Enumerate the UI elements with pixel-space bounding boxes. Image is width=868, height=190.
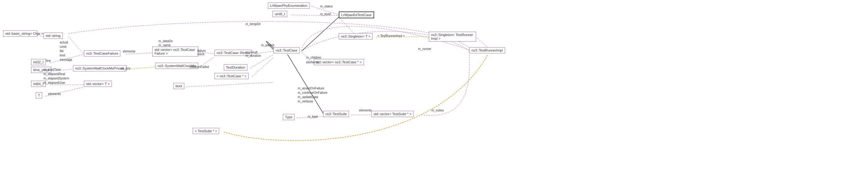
node-testcase-ptr: < ns3::TestCase * >: [214, 73, 249, 79]
node-label-int32-t: int32_t: [33, 60, 43, 64]
node-label-singleton-testrunner: ns3::Singleton< TestRunnerImpl >: [431, 33, 473, 40]
label-m-parent: m_parent: [261, 43, 274, 47]
node-label-singleton-T: ns3::Singleton< T >: [341, 34, 370, 38]
node-label-lrwpan-phy-enum: LrWpanPhyEnumeration: [270, 4, 307, 7]
node-label-testsuite-ptr: < TestSuite * >: [195, 129, 217, 133]
diagram-container: std::basic_string< Char > std::string in…: [0, 0, 868, 190]
svg-line-13: [252, 57, 274, 77]
node-label-std-vector-T: std::vector< T >: [86, 82, 110, 86]
label-m-priv: m_priv: [121, 67, 130, 70]
node-vector-testsuite-ptr: std::vector< TestSuite * >: [371, 111, 414, 117]
node-label-std-string: std::string: [46, 34, 61, 38]
label-m-name: m_name: [158, 43, 170, 47]
label-m-children: m_children: [306, 56, 321, 59]
label-m-tempdir: m_tempDir: [246, 22, 261, 26]
node-label-lrwpan-ed-testcase: LrWpanEdTestCase: [341, 13, 372, 17]
node-label-int64-t: int64_t: [33, 82, 43, 86]
label-failure-clock: failureclock: [197, 49, 206, 56]
node-label-testrunnerimpl: ns3::TestRunnerImpl: [471, 49, 503, 52]
label-elements-T: elements: [48, 92, 61, 96]
svg-line-22: [475, 37, 489, 48]
node-bool: bool: [174, 83, 184, 89]
label-m-starttime: m_startTimem_elapsedRealm_elapsedSystemm…: [43, 68, 69, 85]
label-m-runner: m_runner: [418, 47, 431, 51]
node-label-testcase-result: ns3::TestCase::Result: [217, 51, 250, 55]
node-label-ns3-testcase: ns3::TestCase: [276, 49, 298, 52]
svg-line-10: [186, 82, 274, 87]
label-m-result: m_resultm_duration: [246, 51, 261, 57]
node-std-vector-T: std::vector< T >: [84, 81, 112, 87]
node-label-vector-testsuite-ptr: std::vector< TestSuite * >: [374, 112, 411, 116]
node-vector-testcase-ptr: std::vector< ns3::TestCase * >: [314, 59, 364, 65]
node-label-T: T: [38, 93, 40, 97]
node-ns3-testcase: ns3::TestCase: [274, 47, 300, 54]
node-lrwpan-ed-testcase: LrWpanEdTestCase: [339, 11, 374, 18]
label-elements-ts: elements: [359, 109, 372, 112]
svg-line-7: [129, 67, 155, 69]
node-label-vector-testcase-ptr: std::vector< ns3::TestCase * >: [316, 60, 362, 64]
label-m-level: m_level: [320, 12, 331, 16]
node-label-system-wall-clock-private: ns3::SystemWallClockMsPrivate: [75, 66, 124, 70]
node-label-type: Type: [285, 115, 292, 119]
node-test-duration: TestDuration: [224, 64, 247, 70]
node-std-string: std::string: [43, 33, 63, 39]
label-elements-tc: elements: [306, 61, 319, 64]
label-m-status: m_status: [320, 5, 333, 8]
node-ns3-testsuite: ns3::TestSuite: [323, 111, 349, 117]
node-label-std-basic-string: std::basic_string< Char >: [5, 32, 43, 35]
node-testrunnerimpl: ns3::TestRunnerImpl: [469, 47, 505, 54]
node-singleton-testrunner: ns3::Singleton< TestRunnerImpl >: [429, 32, 476, 41]
label-m-datadir: m_dataDir: [158, 39, 173, 43]
node-testsuite-ptr: < TestSuite * >: [193, 128, 219, 134]
label-children-failed: childrenFailed: [190, 65, 209, 69]
label-elements-failure: elements: [123, 50, 135, 53]
edges-svg: [0, 0, 868, 190]
node-int32-t: int32_t: [31, 59, 46, 65]
node-label-uint8-t: uint8_t: [275, 12, 285, 16]
label-actual-etc: actualcondfilelimitmessage: [60, 40, 72, 62]
node-lrwpan-phy-enum: LrWpanPhyEnumeration: [268, 2, 310, 9]
label-assert-failure: m_assertOnFailurem_continueOnFailurem_up…: [298, 86, 328, 104]
node-label-testcase-failure: ns3::TestCaseFailure: [86, 52, 118, 55]
svg-line-17: [302, 17, 339, 51]
node-label-testcase-ptr: < ns3::TestCase * >: [217, 74, 246, 78]
node-T: T: [36, 92, 42, 98]
node-label-ns3-testsuite: ns3::TestSuite: [326, 112, 347, 116]
label-testrunnerimpl-templ: < TestRunnerImpl >: [378, 34, 405, 38]
node-testcase-failure: ns3::TestCaseFailure: [84, 50, 120, 57]
node-std-basic-string: std::basic_string< Char >: [3, 30, 37, 37]
label-line: line: [46, 59, 51, 62]
node-type: Type: [283, 114, 294, 120]
node-label-vector-testcase-failure: std::vector< ns3::TestCaseFailure >: [154, 48, 195, 55]
node-label-bool: bool: [176, 84, 182, 88]
node-system-wall-clock-private: ns3::SystemWallClockMsPrivate: [73, 65, 126, 71]
node-vector-testcase-failure: std::vector< ns3::TestCaseFailure >: [152, 46, 198, 57]
svg-line-16: [291, 15, 339, 15]
label-m-type: m_type: [308, 115, 318, 118]
node-label-test-duration: TestDuration: [226, 65, 245, 69]
node-singleton-T: ns3::Singleton< T >: [339, 33, 373, 39]
node-uint8-t: uint8_t: [273, 11, 287, 17]
label-m-suites: m_suites: [431, 109, 444, 112]
